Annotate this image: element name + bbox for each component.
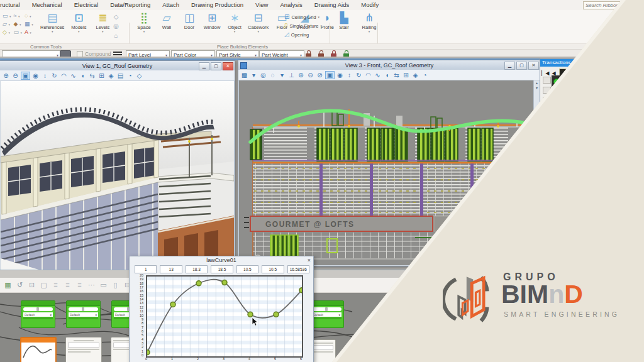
curve-control-point[interactable] (274, 312, 279, 317)
fly-icon[interactable]: ∿ (374, 71, 382, 79)
close-icon[interactable]: ✕ (223, 62, 233, 70)
ceiling-grid-button[interactable]: ⊞Ceiling Grid▾ (284, 14, 322, 20)
display-style-icon[interactable]: ▤ (116, 72, 125, 80)
wall-button[interactable]: ▱Wall (156, 11, 177, 33)
caret-icon[interactable]: ▾ (278, 71, 286, 79)
pick-icon[interactable]: ◇ (112, 13, 120, 21)
restore-icon[interactable]: ▢ (516, 62, 527, 70)
placemark-icon[interactable]: ▭ ▾ (3, 13, 11, 19)
fly-icon[interactable]: ∿ (69, 72, 77, 80)
tab-modify[interactable]: Modify (361, 1, 379, 8)
transaction-state-icon[interactable] (553, 79, 560, 85)
tab-view[interactable]: View (255, 1, 268, 8)
tab-drawing-aids[interactable]: Drawing Aids (314, 1, 349, 8)
zoom-sel-icon[interactable]: ⊘ (316, 71, 324, 79)
tab-drawing-production[interactable]: Drawing Production (191, 1, 243, 8)
camera-icon[interactable]: ◖ (383, 71, 391, 79)
fit-view-icon[interactable]: ◉ (31, 72, 40, 80)
terrain-icon[interactable]: ◆ ▾ (14, 21, 23, 28)
zoom-in-icon[interactable]: ⊕ (297, 71, 305, 79)
cell-icon[interactable]: ▦ ▾ (25, 21, 33, 28)
fit-view-icon[interactable]: ◉ (336, 71, 344, 79)
save-graph-icon[interactable]: ▦ (4, 281, 12, 289)
view3-scrollbar[interactable]: ▴▾ (533, 80, 540, 265)
skip-to-start-icon[interactable]: ▏◀ (541, 69, 548, 77)
tab-mechanical[interactable]: Mechanical (32, 1, 62, 8)
view1-titlebar[interactable]: View 1, GC_Roof Geometry ▁ ▢ ✕ (0, 61, 235, 70)
levels-button[interactable]: ≣Levels▾ (92, 11, 113, 33)
close-icon[interactable]: ✕ (528, 62, 539, 70)
curve-value-field[interactable]: 18.5 (211, 265, 233, 273)
display-style-icon[interactable]: ▩ (240, 71, 248, 79)
gc-slider-node[interactable]: Default▾ (21, 300, 55, 328)
group-icon[interactable]: ▯ (111, 281, 119, 289)
transaction-step-button[interactable] (543, 97, 551, 104)
zoom-out-icon[interactable]: ⊖ (306, 71, 314, 79)
curve-control-point[interactable] (299, 288, 302, 293)
gc-lawcurve-node[interactable] (20, 337, 57, 362)
camera-icon[interactable]: ◖ (79, 72, 87, 80)
refresh-icon[interactable]: ↺ (16, 281, 24, 289)
single-fixture-button[interactable]: ▯Single Fixture▾ (284, 23, 322, 29)
restore-icon[interactable]: ▢ (211, 62, 221, 70)
references-button[interactable]: ▤References▾ (39, 11, 65, 33)
layout-icon[interactable]: ▭ (99, 281, 108, 289)
curve-value-field[interactable]: 10.5 (262, 265, 284, 273)
prev-view-icon[interactable]: ⇆ (88, 72, 96, 80)
zoom-in-icon[interactable]: ⊕ (2, 72, 10, 80)
object-button[interactable]: ∗Object▾ (224, 11, 245, 33)
light-icon[interactable]: ◇ ▾ (3, 29, 11, 36)
curve-value-field[interactable]: 18.3 (186, 265, 208, 273)
shading-icon[interactable]: ◌ (269, 71, 277, 79)
rotate-view-icon[interactable]: ↻ (50, 72, 58, 80)
curve-value-field[interactable]: 10.5 (236, 265, 258, 273)
pan-icon[interactable]: ↕ (345, 71, 353, 79)
curve-control-point[interactable] (222, 280, 227, 285)
copy-view-icon[interactable]: ⊞ (402, 71, 410, 79)
align-top-icon[interactable]: ≡ (52, 281, 60, 289)
walk-icon[interactable]: ◠ (364, 71, 372, 79)
window-area-icon[interactable]: ▣ (21, 72, 30, 80)
walk-icon[interactable]: ◠ (60, 72, 68, 80)
transaction-state-icon[interactable] (553, 92, 560, 99)
lamp-icon[interactable]: ◌ ▾ (25, 13, 33, 19)
view3-titlebar[interactable]: View 3 - Front, GC_Roof Geometry ▁ ▢ ✕ (238, 60, 540, 70)
minimize-icon[interactable]: ▁ (199, 62, 209, 70)
casework-button[interactable]: ⊟Casework▾ (247, 11, 270, 33)
linestyle-icon[interactable]: ≈ ▾ (14, 13, 23, 19)
view3-viewport[interactable]: GOURMET @ LOFTS (239, 80, 540, 265)
tab-attach[interactable]: Attach (162, 1, 179, 8)
element-icon[interactable]: ⌂ (112, 31, 120, 40)
plumb-icon[interactable]: ⊥ (287, 71, 296, 79)
lawcurve-plot[interactable] (146, 275, 303, 358)
align-bot-icon[interactable]: ≡ (75, 281, 84, 289)
presentation-icon[interactable]: ◎ (259, 71, 267, 79)
opening-button[interactable]: ◿Opening (284, 31, 322, 38)
prev-view-icon[interactable]: ⇆ (392, 71, 401, 79)
window-button[interactable]: ⊞Window (201, 11, 223, 33)
curve-control-point[interactable] (147, 350, 150, 355)
minimize-icon[interactable]: ▁ (504, 62, 515, 70)
clip-volume-icon[interactable]: ◔ (421, 71, 429, 79)
tab-analysis[interactable]: Analysis (280, 1, 302, 8)
view-attributes-icon[interactable]: ◈ (107, 72, 115, 80)
door-button[interactable]: ◫Door (179, 11, 200, 33)
pan-icon[interactable]: ↕ (41, 72, 49, 80)
transaction-step-button[interactable] (543, 87, 551, 94)
distribute-icon[interactable]: ⋯ (87, 281, 96, 289)
tab-electrical[interactable]: Electrical (74, 1, 99, 8)
transactions-titlebar[interactable]: Transactions (540, 59, 587, 67)
space-button[interactable]: ⣿Space▾ (133, 11, 155, 33)
close-icon[interactable]: × (308, 256, 311, 265)
render-icon[interactable]: ◇ (135, 72, 143, 80)
caret-icon[interactable]: ▾ (250, 71, 258, 79)
tab-data-reporting[interactable]: Data/Reporting (110, 1, 150, 8)
gc-slider-node[interactable]: Default▾ (66, 300, 101, 328)
step-forward-icon[interactable]: ▶ (569, 69, 576, 77)
search-ribbon-input[interactable] (583, 1, 644, 9)
frame-icon[interactable]: ▢ (40, 281, 48, 289)
align-mid-icon[interactable]: ≡ (64, 281, 72, 289)
view-attributes-icon[interactable]: ◈ (411, 71, 419, 79)
shape-icon[interactable]: ▭ ▾ (14, 29, 23, 36)
window-area-icon[interactable]: ▣ (325, 71, 335, 79)
